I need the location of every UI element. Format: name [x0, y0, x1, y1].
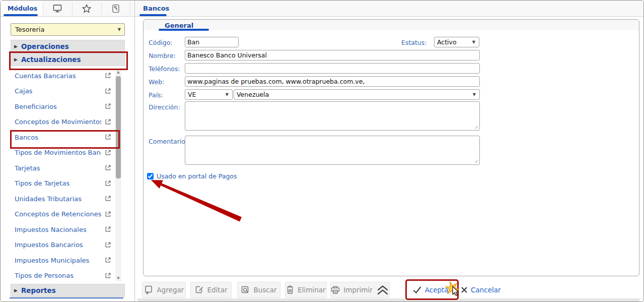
- edit-icon: [195, 285, 204, 294]
- tab-desktop[interactable]: [43, 1, 71, 16]
- telefonos-input[interactable]: [185, 63, 480, 74]
- web-input[interactable]: [185, 76, 480, 87]
- resize-grip-icon[interactable]: [474, 125, 478, 129]
- printer-icon: [331, 286, 340, 294]
- general-panel: General Código: Estatus: Activo ▼ Nombre…: [143, 19, 639, 276]
- sidebar-item-impuestos-municipales[interactable]: Impuestos Municipales: [2, 253, 115, 268]
- aceptar-button[interactable]: Aceptar: [405, 279, 459, 300]
- portal-pagos-label: Usado en portal de Pagos: [157, 172, 237, 180]
- scroll-down-icon[interactable]: ▼: [115, 275, 121, 281]
- sidebar-item-impuestos-bancarios[interactable]: Impuestos Bancarios: [2, 237, 115, 253]
- eliminar-button[interactable]: Eliminar: [285, 282, 327, 298]
- collapse-icon[interactable]: [376, 284, 389, 296]
- search-icon: [241, 285, 250, 294]
- section-label: Reportes: [21, 286, 56, 294]
- tab-modulos-label: Módulos: [8, 5, 37, 12]
- bancos-tab-underline: [139, 14, 167, 16]
- external-link-icon[interactable]: [105, 226, 111, 232]
- chevron-down-icon: ▼: [472, 40, 475, 44]
- tab-modulos-active-underline: [4, 14, 38, 16]
- buscar-button[interactable]: Buscar: [237, 282, 280, 298]
- main-bottom-edge: [137, 298, 640, 301]
- add-icon: [144, 285, 154, 295]
- app-window: Módulos Tesoreria ▼ ▶ Operaciones ▶ Actu…: [0, 0, 644, 302]
- agregar-button[interactable]: Agregar: [142, 282, 186, 298]
- sidebar-item-tipos-de-tarjetas[interactable]: Tipos de Tarjetas: [2, 176, 115, 192]
- editar-button[interactable]: Editar: [190, 282, 232, 298]
- cancelar-button[interactable]: Cancelar: [461, 282, 501, 298]
- sidebar-item-cajas[interactable]: Cajas: [2, 84, 115, 99]
- estatus-label: Estatus:: [401, 39, 427, 46]
- chevron-down-icon: ▼: [118, 27, 121, 32]
- external-link-icon[interactable]: [105, 241, 111, 248]
- monitor-icon: [53, 4, 62, 13]
- page-title-bancos-tab[interactable]: Bancos: [143, 5, 169, 12]
- sidebar-item-conceptos-movimientos[interactable]: Conceptos de Movimientos: [2, 114, 115, 130]
- scrollbar-thumb[interactable]: [116, 76, 121, 178]
- portal-pagos-checkbox[interactable]: [147, 173, 154, 179]
- codigo-label: Código:: [149, 39, 173, 46]
- sidebar-item-beneficiarios[interactable]: Beneficiarios: [2, 99, 115, 114]
- sidebar-item-unidades-tributarias[interactable]: Unidades Tributarias: [2, 191, 115, 207]
- sidebar-item-tipos-de-personas[interactable]: Tipos de Personas: [2, 268, 115, 284]
- imprimir-button[interactable]: Imprimir: [330, 282, 390, 298]
- sidebar-main-divider: [134, 1, 135, 301]
- external-link-icon[interactable]: [105, 88, 111, 94]
- section-label: Actualizaciones: [21, 55, 81, 64]
- codigo-input[interactable]: [185, 37, 239, 47]
- portal-pagos-row: Usado en portal de Pagos: [147, 172, 237, 180]
- x-icon: [461, 286, 468, 293]
- tab-favorites[interactable]: [73, 1, 101, 16]
- sidebar-item-impuestos-nacionales[interactable]: Impuestos Nacionales: [2, 222, 115, 237]
- external-link-icon[interactable]: [105, 211, 111, 217]
- sidebar-item-cuentas-bancarias[interactable]: Cuentas Bancarias: [2, 68, 115, 84]
- pais-code-select[interactable]: VE ▼: [185, 89, 233, 100]
- sidebar-item-bancos[interactable]: Bancos: [2, 130, 115, 145]
- key-icon: [111, 4, 120, 13]
- sidebar-item-tipos-movimientos-bancarios[interactable]: Tipos de Movimientos Bancarios: [2, 145, 115, 161]
- triangle-right-icon: ▶: [14, 288, 18, 293]
- external-link-icon[interactable]: [105, 134, 111, 140]
- sidebar-scrollbar[interactable]: ▲ ▼: [115, 69, 121, 281]
- triangle-right-icon: ▶: [14, 57, 18, 62]
- scroll-up-icon[interactable]: ▲: [115, 69, 121, 75]
- section-label: Operaciones: [21, 42, 69, 50]
- tab-access-key[interactable]: [102, 1, 130, 16]
- comentario-textarea[interactable]: [185, 136, 480, 165]
- pais-label: País:: [149, 91, 163, 99]
- general-tab-underline: [159, 29, 209, 31]
- estatus-select[interactable]: Activo ▼: [434, 37, 479, 47]
- module-select-value: Tesoreria: [15, 26, 44, 33]
- module-select[interactable]: Tesoreria ▼: [11, 23, 125, 36]
- external-link-icon[interactable]: [105, 118, 111, 125]
- star-icon: [82, 4, 91, 13]
- sidebar-section-actualizaciones[interactable]: ▶ Actualizaciones: [11, 53, 125, 66]
- external-link-icon[interactable]: [105, 180, 111, 187]
- external-link-icon[interactable]: [105, 257, 111, 263]
- direccion-textarea[interactable]: [185, 101, 480, 131]
- external-link-icon[interactable]: [105, 195, 111, 202]
- direccion-label: Dirección:: [149, 103, 180, 111]
- tab-general[interactable]: General: [165, 22, 193, 29]
- sidebar-section-reportes[interactable]: ▶ Reportes: [11, 284, 125, 297]
- sidebar-item-list: Cuentas Bancarias Cajas Beneficiarios Co…: [2, 68, 115, 283]
- chevron-down-icon: ▼: [473, 92, 476, 97]
- resize-grip-icon[interactable]: [474, 159, 478, 163]
- sidebar-section-operaciones[interactable]: ▶ Operaciones: [11, 40, 125, 53]
- external-link-icon[interactable]: [105, 72, 111, 79]
- sidebar-item-tarjetas[interactable]: Tarjetas: [2, 160, 115, 176]
- trash-icon: [286, 285, 294, 294]
- sidebar-item-conceptos-de-retenciones[interactable]: Conceptos de Retenciones: [2, 207, 115, 222]
- check-icon: [413, 286, 421, 294]
- pais-name-select[interactable]: Venezuela ▼: [234, 89, 480, 100]
- nombre-input[interactable]: [185, 50, 480, 61]
- external-link-icon[interactable]: [105, 149, 111, 156]
- sidebar-bottom-rule: [10, 297, 123, 298]
- telefonos-label: Teléfonos:: [149, 65, 180, 73]
- external-link-icon[interactable]: [105, 164, 111, 171]
- web-label: Web:: [149, 78, 164, 86]
- chevron-down-icon: ▼: [226, 92, 229, 97]
- nombre-label: Nombre:: [149, 52, 176, 59]
- external-link-icon[interactable]: [105, 272, 111, 279]
- external-link-icon[interactable]: [105, 103, 111, 109]
